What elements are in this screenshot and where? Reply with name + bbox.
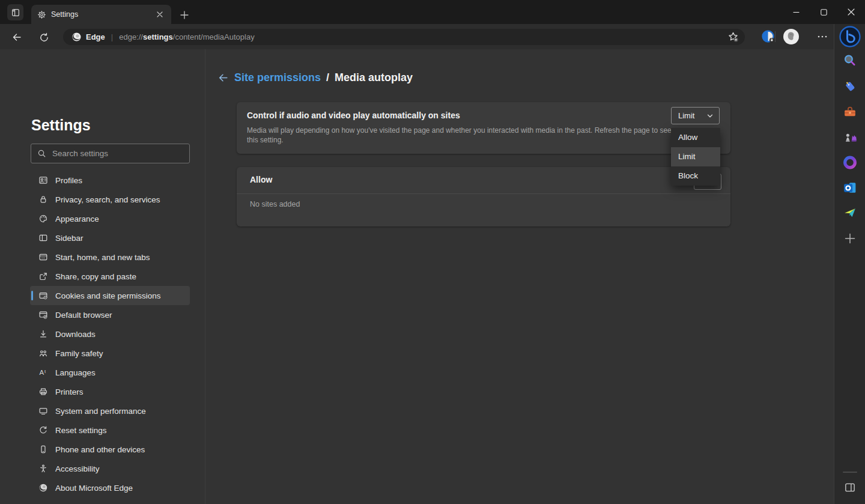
sidebar-item-accessibility[interactable]: Accessibility — [30, 459, 190, 478]
more-menu-button[interactable] — [817, 28, 828, 45]
chevron-down-icon — [706, 112, 714, 120]
back-button[interactable] — [9, 29, 25, 45]
autoplay-dropdown-button[interactable]: Limit — [671, 107, 720, 124]
sidebar-item-reset-settings[interactable]: Reset settings — [30, 421, 190, 440]
lock-icon — [38, 195, 48, 204]
toolbar-divider — [769, 28, 781, 45]
window-controls — [782, 0, 865, 24]
sidebar-item-phone-devices[interactable]: Phone and other devices — [30, 440, 190, 459]
sidebar-item-label: Reset settings — [55, 426, 107, 435]
title-bar: Settings — [0, 0, 865, 24]
address-bar[interactable]: Edge | edge://settings/content/mediaAuto… — [63, 29, 745, 45]
svg-text:A: A — [40, 369, 44, 376]
sidebar-item-downloads[interactable]: Downloads — [30, 324, 190, 344]
refresh-button[interactable] — [36, 29, 52, 45]
sidebar-item-label: Appearance — [55, 214, 99, 223]
sidebar-item-sidebar[interactable]: Sidebar — [30, 228, 190, 247]
sidebar-item-share-copy-paste[interactable]: Share, copy and paste — [30, 267, 190, 286]
address-divider: | — [111, 32, 113, 41]
close-window-button[interactable] — [837, 0, 865, 24]
sidebar-item-label: Family safety — [55, 349, 103, 358]
sidebar-item-default-browser[interactable]: Default browser — [30, 305, 190, 324]
tab-actions-button[interactable] — [7, 4, 23, 20]
profile-button[interactable] — [783, 28, 800, 45]
sidebar-item-privacy[interactable]: Privacy, search, and services — [30, 190, 190, 209]
autoplay-setting-card: Control if audio and video play automati… — [237, 102, 730, 154]
sidebar-item-label: Start, home, and new tabs — [55, 253, 150, 262]
breadcrumb-parent-link[interactable]: Site permissions — [234, 71, 321, 84]
allow-list-card: Allow Add No sites added — [237, 167, 730, 226]
sidebar-item-label: Accessibility — [55, 464, 100, 473]
dropdown-value: Limit — [678, 111, 694, 120]
tab-close-button[interactable] — [154, 9, 165, 20]
dropdown-option-limit[interactable]: Limit — [671, 147, 720, 166]
sidebar-item-label: Share, copy and paste — [55, 272, 136, 281]
breadcrumb-back-icon[interactable] — [217, 72, 229, 83]
sidebar-layout-icon — [38, 233, 48, 243]
add-favorite-button[interactable] — [727, 31, 739, 43]
site-info-badge[interactable]: Edge — [71, 32, 105, 42]
breadcrumb-divider: / — [326, 71, 329, 84]
games-icon[interactable] — [842, 130, 857, 145]
breadcrumb: Site permissions / Media autoplay — [217, 71, 413, 84]
family-icon — [38, 348, 48, 358]
sidebar-item-label: Printers — [55, 387, 83, 396]
card-divider — [237, 193, 730, 194]
bing-chat-icon[interactable] — [839, 25, 861, 48]
sidebar-item-label: Cookies and site permissions — [55, 291, 161, 300]
sidebar-item-languages[interactable]: At Languages — [30, 363, 190, 382]
sidebar-item-label: Profiles — [55, 176, 82, 185]
settings-search-box[interactable] — [31, 144, 190, 163]
download-icon — [38, 329, 48, 339]
settings-nav-list: Profiles Privacy, search, and services A… — [30, 171, 190, 497]
search-icon — [37, 149, 46, 158]
autoplay-setting-title: Control if audio and video play automati… — [247, 111, 460, 120]
languages-icon: At — [38, 368, 48, 377]
sidebar-item-start-home-tabs[interactable]: Start, home, and new tabs — [30, 247, 190, 267]
sidebar-item-appearance[interactable]: Appearance — [30, 209, 190, 228]
sidebar-item-label: Privacy, search, and services — [55, 195, 160, 204]
settings-sidebar: Settings Profiles Privacy, search, and s… — [0, 49, 205, 504]
dropdown-option-allow[interactable]: Allow — [671, 128, 720, 147]
no-sites-message: No sites added — [250, 200, 300, 208]
sidebar-item-label: Default browser — [55, 311, 112, 320]
main-content: Site permissions / Media autoplay Contro… — [205, 49, 834, 504]
maximize-button[interactable] — [810, 0, 837, 24]
tab-settings[interactable]: Settings — [31, 5, 171, 24]
sidebar-item-profiles[interactable]: Profiles — [30, 171, 190, 190]
profiles-icon — [38, 175, 48, 185]
share-icon — [38, 272, 48, 281]
sidebar-divider — [843, 472, 857, 473]
sidebar-item-system-performance[interactable]: System and performance — [30, 401, 190, 421]
default-browser-icon — [38, 310, 48, 320]
sidebar-item-about-edge[interactable]: About Microsoft Edge — [30, 478, 190, 497]
minimize-button[interactable] — [782, 0, 810, 24]
sidebar-item-printers[interactable]: Printers — [30, 382, 190, 401]
dropdown-option-block[interactable]: Block — [671, 166, 720, 186]
site-label: Edge — [86, 32, 105, 41]
shopping-icon[interactable] — [842, 79, 857, 94]
tools-icon[interactable] — [842, 105, 857, 120]
printer-icon — [38, 387, 48, 396]
url-text: edge://settings/content/mediaAutoplay — [119, 32, 727, 41]
svg-text:t: t — [44, 369, 46, 374]
sidebar-item-family-safety[interactable]: Family safety — [30, 344, 190, 363]
site-permissions-icon — [38, 291, 48, 300]
profile-avatar — [783, 28, 800, 45]
outlook-icon[interactable] — [842, 180, 857, 195]
microsoft-365-icon[interactable] — [842, 155, 857, 170]
tab-title: Settings — [51, 10, 150, 19]
sidebar-item-label: Phone and other devices — [55, 445, 145, 454]
drop-icon[interactable] — [842, 205, 857, 220]
new-tab-button[interactable] — [177, 7, 192, 23]
edge-logo-icon — [71, 32, 82, 42]
settings-search-input[interactable] — [52, 149, 183, 158]
customize-sidebar-icon[interactable] — [843, 481, 856, 494]
sidebar-item-cookies-site-permissions[interactable]: Cookies and site permissions — [30, 286, 190, 305]
palette-icon — [38, 214, 48, 223]
add-sidebar-app-icon[interactable] — [845, 233, 855, 244]
accessibility-icon — [38, 464, 48, 473]
autoplay-setting-description: Media will play depending on how you've … — [247, 126, 672, 145]
settings-page-title: Settings — [31, 117, 91, 134]
search-icon[interactable] — [842, 53, 857, 68]
